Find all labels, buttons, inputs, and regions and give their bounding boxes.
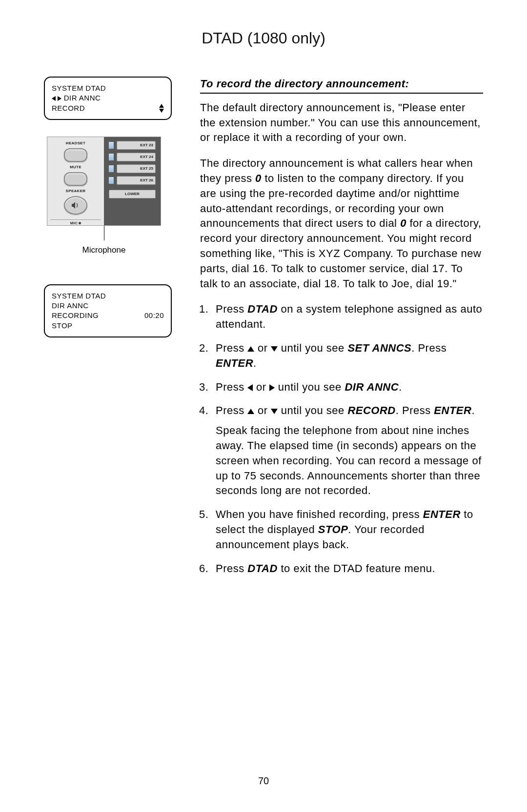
- page-number: 70: [0, 775, 527, 787]
- microphone-caption: Microphone: [47, 245, 161, 255]
- label-headset: HEADSET: [66, 141, 85, 145]
- up-arrow-icon-2: [247, 409, 254, 414]
- right-column: To record the directory announcement: Th…: [200, 77, 483, 585]
- lcd2-line4: STOP: [52, 321, 164, 331]
- lcd1-line2: DIR ANNC: [64, 94, 101, 102]
- ext-button-25: EXT 25: [117, 164, 156, 173]
- dir-annc-label: DIR ANNC: [345, 381, 399, 393]
- phone-illustration: HEADSET MUTE SPEAKER MIC: [47, 137, 161, 255]
- right-arrow-icon: [269, 384, 275, 391]
- s2-c: until you see: [278, 342, 347, 354]
- s4-c: until you see: [278, 404, 347, 416]
- steps-list: Press DTAD on a system telephone assigne…: [200, 302, 483, 576]
- s3-d: .: [399, 381, 402, 393]
- record-label: RECORD: [347, 404, 395, 416]
- up-down-arrows-icon: [159, 104, 164, 113]
- ext-button-23: EXT 23: [117, 141, 156, 150]
- lcd1-line1: SYSTEM DTAD: [52, 83, 106, 93]
- ext-button-24: EXT 24: [117, 153, 156, 161]
- s6-b: to exit the DTAD feature menu.: [278, 562, 435, 574]
- s3-b: or: [253, 381, 269, 393]
- section-title: To record the directory announcement:: [200, 77, 483, 94]
- page-title: DTAD (1080 only): [44, 29, 483, 47]
- key-zero-2: 0: [400, 217, 406, 229]
- step-6: Press DTAD to exit the DTAD feature menu…: [212, 561, 483, 576]
- left-column: SYSTEM DTAD DIR ANNC RECORD HEADSET: [44, 77, 181, 585]
- left-arrow-icon: [247, 384, 253, 391]
- step-3: Press or until you see DIR ANNC.: [212, 380, 483, 395]
- set-anncs-label: SET ANNCS: [347, 342, 411, 354]
- mute-button-icon: [64, 172, 87, 186]
- ext-button-26: EXT 26: [117, 176, 156, 185]
- s5-a: When you have finished recording, press: [216, 508, 423, 520]
- step-5: When you have finished recording, press …: [212, 507, 483, 552]
- s2-a: Press: [216, 342, 247, 354]
- lcd2-line3-left: RECORDING: [52, 311, 99, 320]
- enter-key-3: ENTER: [423, 508, 461, 520]
- s3-a: Press: [216, 381, 247, 393]
- step-2: Press or until you see SET ANNCS. Press …: [212, 341, 483, 371]
- label-mic: MIC: [70, 221, 78, 225]
- key-zero-1: 0: [255, 172, 262, 184]
- pointer-line: [104, 226, 104, 240]
- headset-button-icon: [64, 148, 87, 162]
- lcd1-line3: RECORD: [52, 103, 85, 113]
- left-right-arrows-icon: [52, 94, 61, 102]
- lcd2-line1: SYSTEM DTAD: [52, 291, 164, 301]
- s4-b: or: [254, 404, 271, 416]
- lcd-display-1: SYSTEM DTAD DIR ANNC RECORD: [44, 77, 172, 120]
- dtad-key-1: DTAD: [247, 303, 277, 315]
- s6-a: Press: [216, 562, 247, 574]
- speaker-button-icon: [64, 196, 87, 215]
- down-arrow-icon-2: [271, 409, 278, 414]
- label-mute: MUTE: [70, 165, 81, 169]
- s2-e: .: [253, 357, 257, 369]
- up-arrow-icon: [247, 346, 254, 352]
- paragraph-1: The default directory announcement is, "…: [200, 100, 483, 145]
- lcd-display-2: SYSTEM DTAD DIR ANNC RECORDING 00:20 STO…: [44, 284, 172, 337]
- paragraph-2: The directory announcement is what calle…: [200, 156, 483, 291]
- step-4-paragraph: Speak facing the telephone from about ni…: [216, 423, 483, 498]
- s1-a: Press: [216, 303, 247, 315]
- dtad-key-2: DTAD: [247, 562, 277, 574]
- enter-key-1: ENTER: [216, 357, 253, 369]
- step-1: Press DTAD on a system telephone assigne…: [212, 302, 483, 332]
- down-arrow-icon: [271, 346, 278, 352]
- s2-b: or: [254, 342, 271, 354]
- s4-e: .: [471, 404, 475, 416]
- s3-c: until you see: [275, 381, 345, 393]
- s4-a: Press: [216, 404, 247, 416]
- lower-button: LOWER: [109, 190, 156, 198]
- step-4: Press or until you see RECORD. Press ENT…: [212, 403, 483, 498]
- mic-dot-icon: [79, 222, 81, 224]
- lcd2-line2: DIR ANNC: [52, 301, 164, 311]
- s2-d: . Press: [411, 342, 446, 354]
- enter-key-2: ENTER: [434, 404, 471, 416]
- s4-d: . Press: [396, 404, 434, 416]
- label-speaker: SPEAKER: [66, 189, 86, 193]
- stop-label: STOP: [318, 523, 348, 535]
- lcd2-line3-right: 00:20: [144, 311, 164, 320]
